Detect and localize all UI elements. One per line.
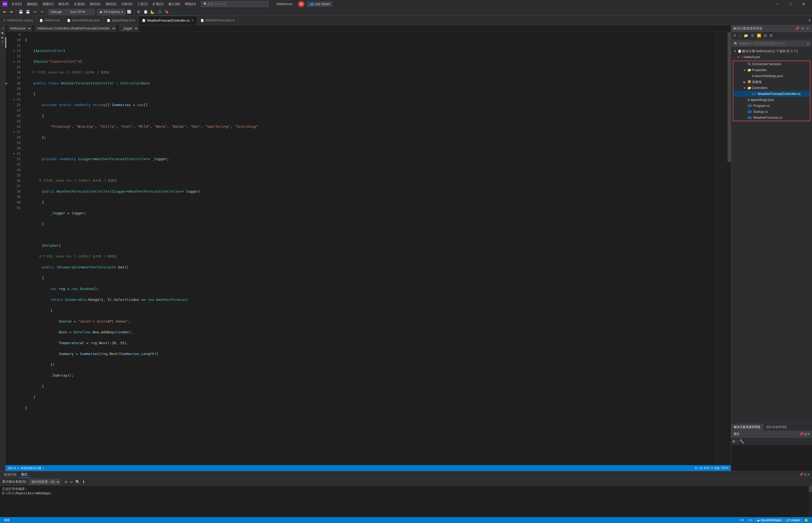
se-folder-button[interactable]: 📁 [743, 33, 749, 38]
menu-build[interactable]: 生成(B) [72, 1, 87, 7]
breadcrumb-project-select[interactable]: HelloAzure [7, 26, 32, 31]
output-source-select[interactable]: 源代码管理 - Git [29, 479, 60, 485]
global-search-box[interactable]: 🔍 [201, 1, 268, 7]
se-collapse-button[interactable]: ⊟ [763, 33, 768, 38]
save-all-button[interactable]: 💾 [24, 8, 31, 15]
tree-project-helloazure[interactable]: ▼ ⬡ HelloAzure [731, 54, 812, 60]
tab-appsettings[interactable]: 📄 appsettings.json [104, 16, 139, 25]
output-scrollbar-thumb[interactable] [809, 486, 812, 492]
se-sync-button[interactable]: ↺ [732, 33, 737, 38]
output-scrollbar[interactable] [809, 486, 812, 517]
close-tab-wfc[interactable]: ✕ [191, 19, 194, 22]
output-pin-button[interactable]: 📌 [799, 473, 804, 476]
toolbar-extra4[interactable]: ⬡ [156, 8, 163, 15]
activity-run[interactable]: ▶ [2, 36, 4, 39]
activity-source-control[interactable]: ⎇ [0, 26, 5, 31]
output-close-button[interactable]: ✕ [807, 473, 810, 476]
code-content[interactable]: { [ApiController] [Route("[controller]")… [22, 32, 714, 465]
properties-close-button[interactable]: ✕ [807, 432, 810, 436]
se-home-button[interactable]: ⌂ [738, 33, 742, 38]
toolbar-extra3[interactable]: 📐 [149, 8, 156, 15]
menu-view[interactable]: 视图(V) [40, 1, 55, 7]
menu-window[interactable]: 窗口(W) [166, 1, 182, 7]
se-settings-button[interactable]: ⚙ [769, 33, 774, 38]
tab-scroll-button[interactable]: ▾ [807, 18, 812, 22]
activity-extensions[interactable]: ⎗ [2, 40, 3, 43]
tree-launchsettings[interactable]: ⚙ launchSettings.json [733, 73, 810, 79]
tab-launchsettings[interactable]: 📄 launchSettings.json [64, 16, 104, 25]
live-share-button[interactable]: 👥 Live Share [307, 1, 333, 7]
tab-helloazure[interactable]: 📄 HelloAzure [36, 16, 64, 25]
se-search-clear[interactable]: ✕ [807, 42, 809, 46]
close-button[interactable]: ✕ [797, 0, 810, 8]
forward-button[interactable]: ➡ [8, 8, 15, 15]
line-endings[interactable]: CRLF [721, 466, 729, 470]
tree-weatherforecast-cs[interactable]: C# WeatherForecast.cs [733, 115, 810, 121]
prop-propertypage-button[interactable]: 🔧 [739, 439, 744, 444]
tree-weatherforecast-controller[interactable]: C# WeatherForecastController.cs [733, 91, 810, 97]
platform-dropdown[interactable]: Any CPU ▾ [68, 9, 95, 15]
run-button[interactable]: ▶ IIS Express ▾ [98, 9, 125, 15]
tab-helloazure-csproj[interactable]: ⚙ HelloAzure.csproj [0, 16, 36, 25]
menu-analyze[interactable]: 分析(N) [119, 1, 135, 7]
editor-scrollbar[interactable] [727, 32, 731, 465]
properties-float-button[interactable]: ⊡ [804, 432, 807, 436]
output-tab-errorlist[interactable]: 错误列表 [2, 472, 18, 477]
properties-pin-button[interactable]: 📌 [799, 432, 804, 436]
se-close-button[interactable]: ✕ [806, 26, 810, 31]
debug-config-dropdown[interactable]: Debug ▾ [48, 9, 67, 15]
refresh-button[interactable]: 🔄 [126, 8, 133, 15]
tree-dependencies[interactable]: ▶ 📦 依赖项 [733, 79, 810, 85]
prop-alphabetic-button[interactable]: ↕ [737, 439, 738, 444]
se-float-button[interactable]: ⊡ [801, 26, 805, 31]
output-tab-output[interactable]: 输出 [19, 472, 29, 478]
spaces-indicator[interactable]: 空格 [714, 466, 720, 470]
activity-search[interactable]: 🔍 [1, 32, 4, 35]
tab-weatherforecast[interactable]: 📄 WeatherForecast.cs [197, 16, 238, 25]
se-tab-team-explorer[interactable]: 团队资源管理器 [763, 424, 790, 431]
scrollbar-thumb[interactable] [727, 32, 731, 162]
output-wordwrap-button[interactable]: ↵ [69, 480, 74, 484]
menu-help[interactable]: 帮助(H) [183, 1, 198, 7]
redo-button[interactable]: ↪ [39, 8, 45, 15]
no-issues-indicator[interactable]: ✔ 未找到相关问题 [17, 466, 41, 470]
tree-controllers[interactable]: ▼ 📁 Controllers [733, 85, 810, 91]
se-search-input[interactable] [739, 42, 806, 46]
se-search-box[interactable]: 🔍 ✕ [732, 41, 811, 47]
status-notifications[interactable]: 🔔 [803, 518, 810, 522]
status-error-count[interactable]: ✕ 0 [738, 518, 745, 522]
se-pin-button[interactable]: 📌 [794, 26, 800, 31]
tree-startup-cs[interactable]: C# Startup.cs [733, 109, 810, 115]
menu-extensions[interactable]: 扩展(X) [151, 1, 166, 7]
menu-project[interactable]: 项目(P) [56, 1, 71, 7]
status-git-branch[interactable]: ⎇ master [784, 518, 802, 522]
menu-file[interactable]: 文件(F) [9, 1, 24, 7]
se-tab-solution-explorer[interactable]: 解决方案资源管理器 [731, 424, 763, 431]
breadcrumb-member-select[interactable]: _logger [119, 26, 139, 31]
breadcrumb-class-select[interactable]: HelloAzure.Controllers.WeatherForecastCo… [35, 26, 116, 31]
git-change-indicator[interactable]: ⑊ [42, 466, 45, 470]
status-warning-count[interactable]: ⚠ 0 [746, 518, 754, 522]
tab-weatherforecastcontroller[interactable]: 📄 WeatherForecastController.cs ✕ [139, 16, 198, 25]
toolbar-extra1[interactable]: ⚙ [135, 8, 142, 15]
global-search-input[interactable] [207, 2, 266, 6]
minimize-button[interactable]: ─ [771, 0, 784, 8]
toolbar-extra5[interactable]: 🔖 [163, 8, 170, 15]
toolbar-extra2[interactable]: 📋 [142, 8, 149, 15]
output-clear-button[interactable]: ⊘ [64, 480, 69, 484]
user-avatar[interactable]: JC [298, 1, 304, 7]
menu-test[interactable]: 测试(S) [103, 1, 119, 7]
status-azure-webapps[interactable]: ☁ AzureWebApps [755, 518, 783, 522]
cursor-position[interactable]: 行: 18 字符: 9 [695, 466, 713, 470]
output-autoscroll-button[interactable]: ⬇ [81, 480, 86, 484]
tree-solution-root[interactable]: ▼ 📋 解决方案'HelloAzure'(1 个项目/共 1 个) [731, 48, 812, 54]
menu-edit[interactable]: 编辑(E) [24, 1, 40, 7]
undo-button[interactable]: ↩ [32, 8, 38, 15]
prop-categorized-button[interactable]: ⊞ [732, 439, 736, 444]
back-button[interactable]: ⬅ [1, 8, 7, 15]
status-ready[interactable]: 就绪 [2, 518, 11, 522]
se-filter-button[interactable]: 🔽 [756, 33, 762, 38]
menu-tools[interactable]: 工具(T) [135, 1, 150, 7]
maximize-button[interactable]: □ [784, 0, 797, 8]
save-button[interactable]: 💾 [18, 8, 24, 15]
